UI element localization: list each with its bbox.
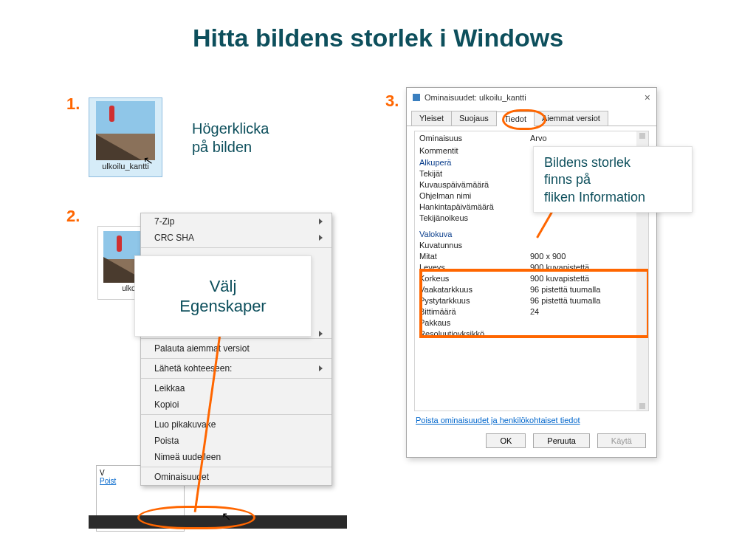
thumbnail-image <box>96 101 155 160</box>
tab-details[interactable]: Tiedot <box>496 111 535 126</box>
header-value: Arvo <box>530 134 547 142</box>
row-acquired: Hankintapäivämäärä <box>419 202 530 211</box>
row-dimensions-key: Mitat <box>419 252 530 261</box>
dialog-tabs: Yleiset Suojaus Tiedot Aiemmat versiot <box>407 111 656 126</box>
menu-7zip[interactable]: 7-Zip <box>141 213 331 230</box>
row-bitdepth-key: Bittimäärä <box>419 307 530 316</box>
menu-copy[interactable]: Kopioi <box>141 396 331 413</box>
menu-delete[interactable]: Poista <box>141 433 331 449</box>
callout-3: Bildens storlek finns på fliken Informat… <box>533 146 693 213</box>
page-title: Hitta bildens storlek i Windows <box>0 0 756 52</box>
row-hres-key: Vaakatarkkuus <box>419 285 530 294</box>
callout-3-line2: finns på <box>544 171 681 188</box>
row-height-value: 900 kuvapistettä <box>530 274 644 283</box>
row-resunit: Resoluutioyksikkö <box>419 329 530 338</box>
menu-create-shortcut[interactable]: Luo pikakuvake <box>141 416 331 433</box>
row-comment: Kommentit <box>419 146 530 155</box>
callout-2-line1: Välj <box>179 276 266 297</box>
menu-send-to[interactable]: Lähetä kohteeseen: <box>141 360 331 377</box>
menu-rename[interactable]: Nimeä uudelleen <box>141 449 331 465</box>
row-image-id: Kuvatunnus <box>419 241 530 250</box>
row-authors: Tekijät <box>419 169 530 178</box>
row-vres-value: 96 pistettä tuumalla <box>530 296 644 305</box>
cursor-icon: ↖ <box>221 509 231 523</box>
properties-header: Ominaisuus Arvo <box>415 131 648 145</box>
row-height-key: Korkeus <box>419 274 530 283</box>
row-compression: Pakkaus <box>419 318 530 327</box>
menu-properties[interactable]: Ominaisuudet <box>141 469 331 485</box>
instruction-1-line2: på bilden <box>192 138 269 157</box>
row-copyright: Tekijänoikeus <box>419 213 530 222</box>
header-property: Ominaisuus <box>419 134 530 142</box>
row-program: Ohjelman nimi <box>419 191 530 200</box>
instruction-1: Högerklicka på bilden <box>192 120 269 157</box>
tab-general[interactable]: Yleiset <box>411 111 452 126</box>
menu-restore-previous[interactable]: Palauta aiemmat versiot <box>141 340 331 357</box>
cancel-button[interactable]: Peruuta <box>533 433 590 448</box>
instruction-1-line1: Högerklicka <box>192 120 269 138</box>
callout-2-line2: Egenskaper <box>179 296 266 317</box>
properties-dialog: Ominaisuudet: ulkoilu_kantti × Yleiset S… <box>406 87 657 458</box>
apply-button[interactable]: Käytä <box>597 433 646 448</box>
tab-previous-versions[interactable]: Aiemmat versiot <box>534 111 608 126</box>
context-menu: 7-Zip CRC SHA Palauta aiemmat versiot Lä… <box>140 213 332 486</box>
edge-link[interactable]: Poist <box>100 477 116 485</box>
menu-cut[interactable]: Leikkaa <box>141 380 331 396</box>
dialog-title: Ominaisuudet: ulkoilu_kantti <box>425 93 526 102</box>
callout-3-line1: Bildens storlek <box>544 154 681 171</box>
row-dimensions-value: 900 x 900 <box>530 252 644 261</box>
step-number-1: 1. <box>66 95 80 114</box>
row-vres-key: Pystytarkkuus <box>419 296 530 305</box>
ok-button[interactable]: OK <box>486 433 526 448</box>
tab-security[interactable]: Suojaus <box>451 111 497 126</box>
dialog-titlebar: Ominaisuudet: ulkoilu_kantti × <box>407 88 656 111</box>
close-icon[interactable]: × <box>645 92 650 103</box>
row-width-value: 900 kuvapistettä <box>530 263 644 272</box>
dialog-buttons: OK Peruuta Käytä <box>407 425 656 457</box>
thumbnail-caption: ulkoilu_kantti <box>102 162 149 171</box>
callout-2: Välj Egenskaper <box>134 255 312 337</box>
row-width-key: Leveys <box>419 263 530 272</box>
row-hres-value: 96 pistettä tuumalla <box>530 285 644 294</box>
section-photo: Valokuva <box>419 227 644 239</box>
taskbar-peek <box>89 515 347 529</box>
callout-3-line3: fliken Information <box>544 189 681 206</box>
row-bitdepth-value: 24 <box>530 307 644 316</box>
app-icon <box>413 94 420 101</box>
menu-crc-sha[interactable]: CRC SHA <box>141 230 331 246</box>
step-number-3: 3. <box>385 92 399 111</box>
step-number-2: 2. <box>66 207 80 226</box>
remove-properties-link[interactable]: Poista ominaisuudet ja henkilökohtaiset … <box>416 416 647 425</box>
row-date-taken: Kuvauspäivämäärä <box>419 180 530 189</box>
